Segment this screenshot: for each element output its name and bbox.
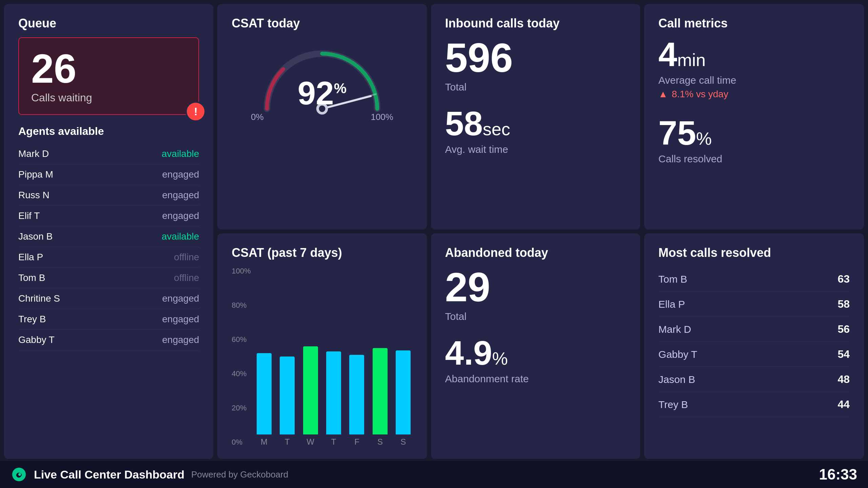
bar-W (303, 346, 318, 434)
inbound-wait-value: 58sec (445, 106, 626, 140)
agent-status: engaged (162, 314, 199, 325)
geckoboard-logo-icon (11, 466, 27, 483)
y-axis-labels: 100% 80% 60% 40% 20% 0% (232, 267, 255, 447)
agent-name: Gabby T (18, 334, 55, 345)
bar-group-W (301, 346, 319, 434)
agent-name: Russ N (18, 190, 50, 201)
agent-status: engaged (162, 293, 199, 304)
bar-S2 (396, 350, 411, 434)
agent-status: available (162, 148, 199, 159)
bar-group-T2 (324, 351, 343, 434)
agent-status: engaged (162, 334, 199, 345)
agent-name: Trey B (18, 314, 46, 325)
avg-call-block: 4min Average call time ▲ 8.1% vs yday (658, 37, 850, 100)
inbound-wait-label: Avg. wait time (445, 144, 626, 155)
abandoned-title: Abandoned today (445, 246, 626, 260)
resolved-value: 75% (658, 116, 850, 150)
resolved-name: Tom B (658, 273, 687, 285)
resolved-row: Jason B 48 (658, 367, 850, 392)
queue-card: Queue 26 Calls waiting ! Agents availabl… (4, 4, 213, 459)
queue-number: 26 (31, 48, 186, 89)
resolved-row: Gabby T 54 (658, 342, 850, 367)
call-metrics-card: Call metrics 4min Average call time ▲ 8.… (644, 4, 864, 229)
inbound-total-label: Total (445, 81, 626, 93)
svg-point-5 (18, 473, 21, 476)
abandoned-rate-section: 4.9% Abandonment rate (445, 336, 626, 385)
bar-group-S2 (394, 350, 412, 434)
resolved-label: Calls resolved (658, 153, 850, 165)
agent-name: Chritine S (18, 293, 60, 304)
agent-name: Tom B (18, 272, 45, 283)
resolved-name: Trey B (658, 399, 688, 410)
agent-status: engaged (162, 210, 199, 221)
agent-status: engaged (162, 169, 199, 180)
resolved-name: Jason B (658, 374, 695, 385)
bar-group-M (255, 353, 273, 434)
resolved-block: 75% Calls resolved (658, 116, 850, 165)
gauge-value: 92% (298, 75, 347, 112)
avg-call-value: 4min (658, 37, 850, 71)
agent-name: Pippa M (18, 169, 53, 180)
most-resolved-card: Most calls resolved Tom B 63 Ella P 58 M… (644, 233, 864, 459)
footer-time: 16:33 (819, 466, 857, 483)
call-metrics-title: Call metrics (658, 16, 850, 30)
csat-today-card: CSAT today (217, 4, 427, 229)
chart-inner: M T W T F S S (255, 267, 413, 447)
resolved-count: 54 (837, 348, 850, 361)
abandoned-total-value: 29 (445, 267, 626, 307)
bars-row (255, 267, 413, 434)
resolved-count: 44 (837, 398, 850, 411)
agents-title: Agents available (18, 125, 199, 138)
resolved-name: Gabby T (658, 349, 697, 360)
queue-title: Queue (18, 16, 199, 30)
agent-status: engaged (162, 190, 199, 201)
abandoned-card: Abandoned today 29 Total 4.9% Abandonmen… (431, 233, 640, 459)
abandoned-rate-label: Abandonment rate (445, 373, 626, 385)
trend-arrow-icon: ▲ (658, 89, 668, 100)
bar-group-F (348, 355, 366, 434)
resolved-row: Tom B 63 (658, 267, 850, 292)
agent-name: Elif T (18, 210, 40, 221)
agent-row: Mark D available (18, 144, 199, 164)
inbound-wait-section: 58sec Avg. wait time (445, 106, 626, 155)
agent-row: Ella P offline (18, 247, 199, 268)
resolved-name: Mark D (658, 324, 691, 335)
inbound-calls-title: Inbound calls today (445, 16, 626, 30)
agent-name: Ella P (18, 252, 43, 263)
agent-row: Russ N engaged (18, 185, 199, 206)
agent-status: offline (174, 252, 199, 263)
abandoned-total-label: Total (445, 311, 626, 322)
call-trend: ▲ 8.1% vs yday (658, 89, 850, 100)
bar-group-T1 (278, 357, 296, 434)
resolved-row: Ella P 58 (658, 292, 850, 317)
bar-T1 (280, 357, 295, 434)
footer: Live Call Center Dashboard Powered by Ge… (0, 461, 868, 488)
abandoned-rate-value: 4.9% (445, 336, 626, 370)
resolved-list: Tom B 63 Ella P 58 Mark D 56 Gabby T 54 … (658, 267, 850, 417)
gauge-container: 92% (251, 41, 393, 115)
agent-row: Gabby T engaged (18, 330, 199, 350)
inbound-total-value: 596 (445, 37, 626, 78)
resolved-row: Mark D 56 (658, 317, 850, 342)
alert-icon: ! (185, 101, 206, 122)
agent-row: Pippa M engaged (18, 164, 199, 185)
chart-area: 100% 80% 60% 40% 20% 0% (232, 267, 412, 447)
csat-past7-card: CSAT (past 7 days) 100% 80% 60% 40% 20% … (217, 233, 427, 459)
bar-T2 (326, 351, 341, 434)
agent-name: Jason B (18, 231, 53, 242)
bar-M (257, 353, 272, 434)
inbound-calls-card: Inbound calls today 596 Total 58sec Avg.… (431, 4, 640, 229)
resolved-count: 63 (837, 273, 850, 285)
agent-status: offline (174, 272, 199, 283)
agent-row: Chritine S engaged (18, 288, 199, 309)
agents-list: Mark D available Pippa M engaged Russ N … (18, 144, 199, 350)
most-resolved-title: Most calls resolved (658, 246, 850, 260)
agent-row: Jason B available (18, 226, 199, 247)
csat-today-title: CSAT today (232, 16, 300, 30)
queue-alert-box: 26 Calls waiting ! (18, 37, 199, 115)
agent-row: Tom B offline (18, 268, 199, 288)
agent-row: Trey B engaged (18, 309, 199, 330)
resolved-count: 48 (837, 373, 850, 386)
csat-past7-title: CSAT (past 7 days) (232, 246, 412, 260)
resolved-count: 58 (837, 298, 850, 310)
